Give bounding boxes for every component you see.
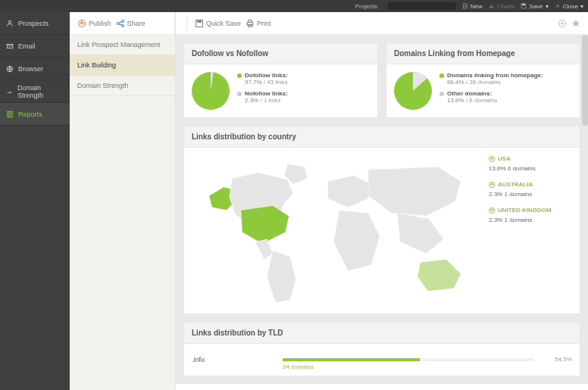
sidebar-item-browser[interactable]: Browser: [0, 58, 70, 80]
subnav-item-domain-strength[interactable]: Domain Strength: [70, 76, 175, 96]
legend-label: Domains linking from homepage:: [447, 72, 543, 79]
country-stat: 2.3% 1 domains: [489, 191, 572, 198]
svg-rect-7: [523, 4, 525, 5]
svg-rect-28: [249, 24, 252, 27]
charts-icon: [489, 3, 495, 9]
country-name: AUSTRALIA: [498, 181, 533, 188]
projects-label: Projects:: [355, 3, 379, 10]
svg-rect-5: [493, 7, 494, 8]
user-icon: [6, 20, 14, 27]
subnav-item-link-prospect[interactable]: Link Prospect Management: [70, 35, 175, 55]
project-selector[interactable]: [388, 2, 456, 10]
print-label: Print: [257, 20, 271, 27]
sidebar-item-label: Email: [18, 42, 36, 50]
card-homepage: Domains Linking from Homepage Domains li…: [386, 42, 580, 118]
legend-label: Dofollow links:: [245, 72, 288, 79]
svg-line-22: [119, 21, 121, 23]
save-icon: [195, 19, 204, 28]
card-map: Links distribution by country: [183, 126, 580, 314]
gauge-icon: [6, 88, 13, 95]
print-button[interactable]: Print: [246, 19, 271, 28]
plus-icon: +: [489, 156, 495, 162]
sidebar-item-label: Domain Strength: [17, 84, 64, 99]
legend-dot-grey: [237, 92, 242, 96]
chevron-down-icon: ▾: [580, 3, 583, 10]
print-icon: [246, 19, 255, 28]
close-label: Close: [563, 3, 578, 10]
sidebar-item-prospects[interactable]: Prospects: [0, 12, 70, 35]
country-toggle[interactable]: +USA: [489, 155, 572, 162]
pie-chart-dofollow: [192, 72, 230, 110]
plus-icon: +: [489, 207, 495, 214]
new-icon: [462, 3, 468, 9]
sidebar: Prospects Email Browser Domain Strength …: [0, 12, 70, 390]
sidebar-item-domain-strength[interactable]: Domain Strength: [0, 80, 70, 103]
content: Quick Save Print Dofollow vs Nofollow: [176, 12, 588, 390]
country-name: USA: [498, 155, 511, 162]
svg-point-21: [121, 24, 124, 27]
tld-row: .info 24 domains 54.5%: [192, 351, 572, 368]
country-toggle[interactable]: +UNITED KINGDOM: [489, 207, 572, 214]
tld-bar: [283, 358, 420, 361]
card-title: Dofollow vs Nofollow: [184, 43, 377, 64]
pie-chart-homepage: [394, 72, 432, 110]
country-item: +USA 13.6% 6 domains: [489, 155, 572, 172]
legend-pct: 97.7%: [245, 79, 262, 86]
save-icon: [521, 3, 527, 9]
publish-icon: [77, 19, 86, 28]
card-title: Domains Linking from Homepage: [386, 43, 580, 64]
legend-label: Other domains:: [447, 90, 492, 97]
svg-point-19: [117, 22, 119, 24]
chevron-down-icon: ▾: [546, 3, 549, 10]
report-icon: [6, 111, 14, 118]
legend-extra: / 6 domains: [464, 97, 498, 104]
plus-icon: +: [489, 182, 495, 188]
svg-rect-3: [489, 6, 491, 8]
card-dofollow: Dofollow vs Nofollow Dofollow links:: [183, 42, 378, 118]
legend-pct: 13.6%: [447, 97, 464, 104]
share-button[interactable]: Share: [116, 19, 145, 28]
publish-label: Publish: [89, 20, 111, 27]
close-button[interactable]: Close ▾: [555, 3, 583, 10]
country-toggle[interactable]: +AUSTRALIA: [489, 181, 572, 188]
new-button[interactable]: New: [462, 3, 483, 10]
new-label: New: [471, 3, 483, 10]
legend-dot-green: [439, 73, 444, 78]
legend-label: Nofollow links:: [245, 90, 288, 97]
country-stat: 2.3% 1 domains: [489, 217, 572, 223]
publish-button[interactable]: Publish: [77, 19, 111, 28]
tld-count: 24 domains: [283, 363, 314, 370]
scrollbar[interactable]: [582, 35, 588, 126]
globe-icon: [6, 65, 14, 73]
legend-pct: 86.4%: [447, 79, 464, 86]
charts-label: Charts: [497, 3, 515, 10]
sidebar-item-label: Browser: [18, 65, 43, 73]
topbar: Projects: New Charts Save ▾ Close ▾: [0, 0, 588, 12]
sidebar-item-email[interactable]: Email: [0, 35, 70, 58]
legend-extra: / 1 links: [258, 97, 280, 104]
subnav-item-link-building[interactable]: Link Building: [70, 55, 175, 76]
close-icon: [555, 3, 561, 9]
plus-circle-icon[interactable]: [558, 19, 567, 28]
world-map: [192, 155, 481, 306]
envelope-icon: [6, 42, 14, 50]
country-name: UNITED KINGDOM: [498, 207, 552, 214]
svg-rect-4: [491, 5, 493, 8]
card-title: Links distribution by country: [184, 126, 580, 148]
star-icon[interactable]: [571, 19, 580, 28]
tld-pct: 54.5%: [542, 356, 572, 363]
quicksave-label: Quick Save: [206, 20, 241, 27]
save-button[interactable]: Save ▾: [521, 3, 548, 10]
sidebar-item-reports[interactable]: Reports: [0, 103, 70, 126]
svg-rect-25: [198, 20, 202, 22]
svg-rect-27: [249, 20, 252, 22]
charts-button[interactable]: Charts: [489, 3, 515, 10]
share-label: Share: [127, 20, 145, 27]
content-toolbar: Quick Save Print: [176, 12, 588, 35]
country-stat: 13.6% 6 domains: [489, 165, 572, 172]
card-tld: Links distribution by TLD .info 24 domai…: [183, 322, 580, 376]
sidebar-item-label: Prospects: [18, 20, 48, 27]
legend-dot-grey: [439, 92, 444, 96]
svg-point-10: [8, 20, 11, 23]
quicksave-button[interactable]: Quick Save: [195, 19, 241, 28]
